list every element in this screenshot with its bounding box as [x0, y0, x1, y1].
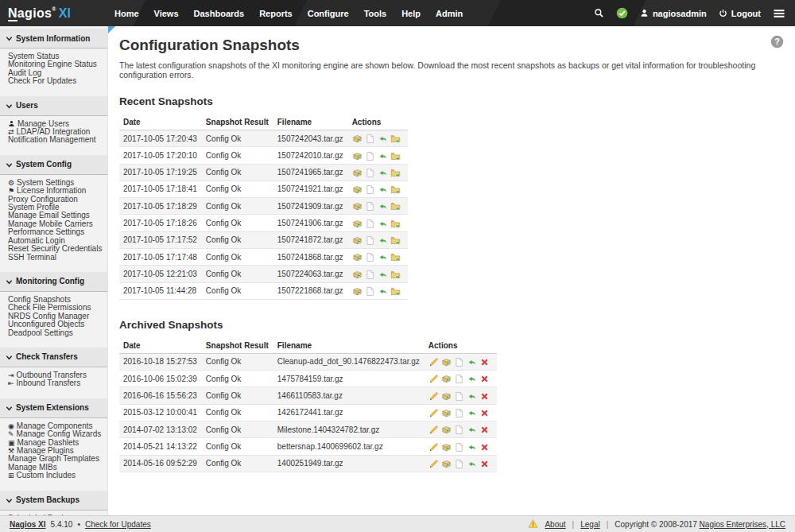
restore-icon[interactable]	[378, 235, 388, 246]
restore-icon[interactable]	[467, 374, 477, 385]
view-log-icon[interactable]	[365, 184, 375, 195]
sidebar-section-header[interactable]: System Information	[0, 29, 107, 49]
delete-icon[interactable]	[479, 356, 490, 367]
rename-icon[interactable]	[429, 356, 439, 367]
restore-icon[interactable]	[378, 269, 388, 280]
restore-icon[interactable]	[467, 424, 477, 435]
view-log-icon[interactable]	[454, 441, 464, 452]
snapshot-download-icon[interactable]	[441, 407, 452, 418]
snapshot-download-icon[interactable]	[441, 441, 452, 452]
restore-icon[interactable]	[467, 407, 477, 418]
nav-item-dashboards[interactable]: Dashboards	[194, 9, 245, 18]
menu-icon[interactable]	[773, 7, 785, 20]
view-log-icon[interactable]	[365, 251, 375, 262]
snapshot-download-icon[interactable]	[352, 184, 363, 195]
restore-icon[interactable]	[467, 441, 477, 452]
view-log-icon[interactable]	[365, 167, 375, 178]
restore-icon[interactable]	[467, 390, 477, 402]
help-icon[interactable]: ?	[770, 35, 784, 52]
archive-icon[interactable]	[390, 251, 401, 262]
view-log-icon[interactable]	[365, 201, 375, 212]
archive-icon[interactable]	[390, 269, 401, 280]
footer-check-updates-link[interactable]: Check for Updates	[85, 520, 151, 529]
logout-button[interactable]: Logout	[719, 9, 761, 18]
delete-icon[interactable]	[479, 390, 490, 402]
archive-icon[interactable]	[390, 150, 401, 161]
delete-icon[interactable]	[479, 424, 490, 435]
restore-icon[interactable]	[467, 356, 477, 367]
nav-item-reports[interactable]: Reports	[259, 9, 293, 18]
rename-icon[interactable]	[429, 458, 439, 469]
view-log-icon[interactable]	[454, 407, 464, 418]
footer-about-link[interactable]: About	[545, 520, 565, 529]
sidebar-section-header[interactable]: System Backups	[0, 491, 107, 511]
archive-icon[interactable]	[390, 235, 401, 246]
archive-icon[interactable]	[390, 201, 401, 212]
sidebar-item-custom-includes[interactable]: ⊞ Custom Includes	[8, 472, 104, 480]
health-ok-icon[interactable]	[616, 7, 628, 19]
delete-icon[interactable]	[479, 458, 490, 469]
snapshot-download-icon[interactable]	[441, 390, 452, 402]
delete-icon[interactable]	[479, 374, 490, 385]
view-log-icon[interactable]	[454, 458, 464, 469]
restore-icon[interactable]	[378, 184, 388, 195]
snapshot-download-icon[interactable]	[441, 356, 452, 367]
nav-item-views[interactable]: Views	[154, 9, 179, 18]
sidebar-section-header[interactable]: System Extensions	[0, 398, 107, 418]
restore-icon[interactable]	[378, 201, 388, 212]
nav-item-home[interactable]: Home	[114, 9, 139, 18]
snapshot-download-icon[interactable]	[352, 150, 363, 161]
sidebar-item-ssh-terminal[interactable]: SSH Terminal	[8, 254, 104, 262]
snapshot-download-icon[interactable]	[352, 201, 363, 212]
snapshot-download-icon[interactable]	[352, 133, 363, 144]
sidebar-item-scheduled-backups[interactable]: Scheduled Backups	[8, 515, 104, 515]
rename-icon[interactable]	[429, 424, 439, 435]
rename-icon[interactable]	[429, 407, 439, 418]
user-menu[interactable]: nagiosadmin	[640, 9, 707, 18]
delete-icon[interactable]	[479, 407, 490, 418]
sidebar-section-header[interactable]: Users	[0, 96, 107, 116]
nav-item-help[interactable]: Help	[401, 9, 421, 18]
sidebar-section-header[interactable]: Monitoring Config	[0, 272, 107, 292]
rename-icon[interactable]	[429, 441, 439, 452]
snapshot-download-icon[interactable]	[352, 269, 363, 280]
restore-icon[interactable]	[378, 150, 388, 161]
sidebar-item-manage-config-wizards[interactable]: ✎ Manage Config Wizards	[8, 430, 104, 438]
archive-icon[interactable]	[390, 184, 401, 195]
view-log-icon[interactable]	[365, 133, 375, 144]
view-log-icon[interactable]	[365, 285, 375, 297]
sidebar-item-unconfigured-objects[interactable]: Unconfigured Objects	[8, 320, 104, 328]
sidebar-item-deadpool-settings[interactable]: Deadpool Settings	[8, 329, 104, 337]
footer-company-link[interactable]: Nagios Enterprises, LLC	[700, 520, 785, 529]
search-icon[interactable]	[594, 8, 604, 18]
footer-legal-link[interactable]: Legal	[580, 520, 599, 529]
snapshot-download-icon[interactable]	[352, 285, 363, 297]
view-log-icon[interactable]	[365, 150, 375, 161]
archive-icon[interactable]	[390, 218, 401, 229]
view-log-icon[interactable]	[454, 374, 464, 385]
rename-icon[interactable]	[429, 390, 439, 402]
archive-icon[interactable]	[390, 167, 401, 178]
view-log-icon[interactable]	[454, 424, 464, 435]
nav-item-configure[interactable]: Configure	[308, 9, 349, 18]
sidebar-section-header[interactable]: System Config	[0, 155, 107, 175]
snapshot-download-icon[interactable]	[441, 424, 452, 435]
restore-icon[interactable]	[378, 133, 388, 144]
warning-icon[interactable]	[528, 518, 538, 530]
snapshot-download-icon[interactable]	[352, 251, 363, 262]
archive-icon[interactable]	[390, 285, 401, 297]
view-log-icon[interactable]	[365, 218, 375, 229]
sidebar-section-header[interactable]: Check Transfers	[0, 348, 107, 367]
sidebar-item-reset-security-credentials[interactable]: Reset Security Credentials	[8, 245, 104, 253]
restore-icon[interactable]	[378, 251, 388, 262]
archive-icon[interactable]	[390, 133, 401, 144]
footer-brand-link[interactable]: Nagios XI	[10, 520, 46, 529]
sidebar-toggle-handle[interactable]	[108, 26, 115, 33]
rename-icon[interactable]	[429, 374, 439, 385]
nagios-logo[interactable]: Nagios®XI	[0, 6, 108, 21]
restore-icon[interactable]	[378, 285, 388, 297]
view-log-icon[interactable]	[454, 356, 464, 367]
sidebar-item-check-for-updates[interactable]: Check For Updates	[8, 77, 104, 85]
nav-item-tools[interactable]: Tools	[364, 9, 387, 18]
delete-icon[interactable]	[479, 441, 490, 452]
